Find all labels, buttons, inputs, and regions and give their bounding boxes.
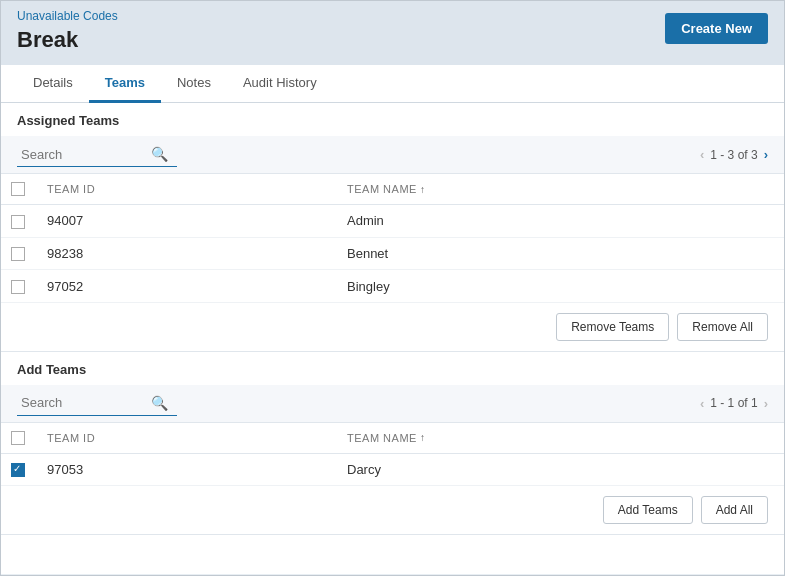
- tab-notes[interactable]: Notes: [161, 65, 227, 103]
- assigned-row-checkbox-2[interactable]: [11, 280, 25, 294]
- add-teams-header-check: [1, 423, 37, 454]
- assigned-row-name-0: Admin: [337, 205, 784, 238]
- assigned-teams-search-bar[interactable]: 🔍: [17, 142, 177, 167]
- assigned-teams-prev-arrow[interactable]: ‹: [700, 147, 704, 162]
- assigned-row-checkbox-1[interactable]: [11, 247, 25, 261]
- create-new-button[interactable]: Create New: [665, 13, 768, 44]
- breadcrumb[interactable]: Unavailable Codes: [17, 9, 768, 23]
- add-team-row: 97053 Darcy: [1, 453, 784, 486]
- add-teams-header-name: TEAM NAME ↑: [337, 423, 784, 454]
- assigned-teams-action-row: Remove Teams Remove All: [1, 303, 784, 352]
- assigned-teams-section: Assigned Teams: [1, 103, 784, 128]
- search-icon: 🔍: [151, 146, 168, 162]
- select-all-add-checkbox[interactable]: [11, 431, 25, 445]
- add-teams-header-id: TEAM ID: [37, 423, 337, 454]
- header: Unavailable Codes Break Create New: [1, 1, 784, 65]
- add-teams-button[interactable]: Add Teams: [603, 496, 693, 524]
- assigned-row-checkbox-0[interactable]: [11, 215, 25, 229]
- add-teams-next-arrow[interactable]: ›: [764, 396, 768, 411]
- add-teams-title: Add Teams: [17, 362, 768, 377]
- assigned-teams-title: Assigned Teams: [17, 113, 768, 128]
- add-row-check-cell: [1, 453, 37, 486]
- add-row-id-0: 97053: [37, 453, 337, 486]
- add-all-button[interactable]: Add All: [701, 496, 768, 524]
- assigned-teams-table: TEAM ID TEAM NAME ↑ 94007 Admin: [1, 174, 784, 303]
- assigned-teams-header-name: TEAM NAME ↑: [337, 174, 784, 205]
- assigned-row-check-cell: [1, 270, 37, 303]
- assigned-team-row: 94007 Admin: [1, 205, 784, 238]
- add-teams-table: TEAM ID TEAM NAME ↑ 97053 Darcy: [1, 423, 784, 487]
- tabs-bar: Details Teams Notes Audit History: [1, 65, 784, 103]
- select-all-assigned-checkbox[interactable]: [11, 182, 25, 196]
- assigned-teams-header-id: TEAM ID: [37, 174, 337, 205]
- team-name-sort-icon[interactable]: ↑: [420, 184, 426, 195]
- assigned-team-row: 98238 Bennet: [1, 237, 784, 270]
- assigned-teams-header-check: [1, 174, 37, 205]
- tab-audit-history[interactable]: Audit History: [227, 65, 333, 103]
- assigned-row-id-2: 97052: [37, 270, 337, 303]
- add-teams-search-bar[interactable]: 🔍: [17, 391, 177, 416]
- assigned-teams-pagination: ‹ 1 - 3 of 3 ›: [700, 147, 768, 162]
- assigned-row-name-2: Bingley: [337, 270, 784, 303]
- remove-all-button[interactable]: Remove All: [677, 313, 768, 341]
- assigned-row-check-cell: [1, 205, 37, 238]
- assigned-row-check-cell: [1, 237, 37, 270]
- add-teams-action-row: Add Teams Add All: [1, 486, 784, 535]
- assigned-teams-header-row: TEAM ID TEAM NAME ↑: [1, 174, 784, 205]
- assigned-row-id-1: 98238: [37, 237, 337, 270]
- page-wrapper: Unavailable Codes Break Create New Detai…: [0, 0, 785, 576]
- add-search-icon: 🔍: [151, 395, 168, 411]
- assigned-row-name-1: Bennet: [337, 237, 784, 270]
- add-teams-header-row: TEAM ID TEAM NAME ↑: [1, 423, 784, 454]
- assigned-team-row: 97052 Bingley: [1, 270, 784, 303]
- add-teams-page-info: 1 - 1 of 1: [710, 396, 757, 410]
- add-teams-search-input[interactable]: [21, 395, 151, 410]
- add-teams-pagination: ‹ 1 - 1 of 1 ›: [700, 396, 768, 411]
- tab-teams[interactable]: Teams: [89, 65, 161, 103]
- add-row-checkbox-0[interactable]: [11, 463, 25, 477]
- assigned-teams-search-row: 🔍 ‹ 1 - 3 of 3 ›: [1, 136, 784, 174]
- assigned-teams-page-info: 1 - 3 of 3: [710, 148, 757, 162]
- add-team-name-sort-icon[interactable]: ↑: [420, 432, 426, 443]
- page-title: Break: [17, 27, 768, 53]
- assigned-teams-next-arrow[interactable]: ›: [764, 147, 768, 162]
- main-content: Assigned Teams 🔍 ‹ 1 - 3 of 3 ›: [1, 103, 784, 574]
- remove-teams-button[interactable]: Remove Teams: [556, 313, 669, 341]
- add-teams-prev-arrow[interactable]: ‹: [700, 396, 704, 411]
- add-teams-section: Add Teams: [1, 352, 784, 377]
- add-row-name-0: Darcy: [337, 453, 784, 486]
- tab-details[interactable]: Details: [17, 65, 89, 103]
- add-teams-search-row: 🔍 ‹ 1 - 1 of 1 ›: [1, 385, 784, 423]
- assigned-teams-search-input[interactable]: [21, 147, 151, 162]
- assigned-row-id-0: 94007: [37, 205, 337, 238]
